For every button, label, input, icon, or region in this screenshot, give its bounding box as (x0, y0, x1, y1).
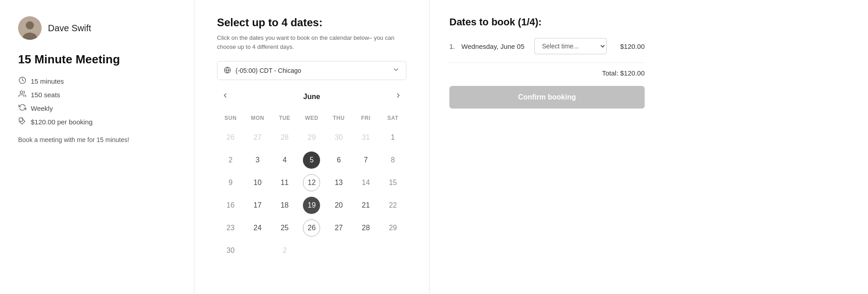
booking-divider (449, 62, 645, 63)
booking-price: $120.00 (618, 43, 645, 50)
calendar-day: 1 (379, 127, 406, 148)
calendar-day[interactable]: 17 (244, 194, 271, 216)
users-icon (18, 90, 26, 99)
calendar-day[interactable]: 4 (271, 149, 298, 171)
meta-duration: 15 minutes (18, 76, 176, 85)
calendar-day: 14 (352, 172, 379, 194)
seats-text: 150 seats (31, 91, 60, 99)
calendar-day[interactable]: 20 (325, 194, 352, 216)
booking-item: 1. Wednesday, June 05 Select time... 9:0… (449, 38, 645, 54)
prev-month-button[interactable] (217, 89, 233, 104)
calendar-day: 2 (271, 240, 298, 261)
calendar-day (379, 240, 406, 261)
calendar-day (352, 240, 379, 261)
select-dates-title: Select up to 4 dates: (217, 16, 406, 29)
calendar-day[interactable]: 19 (298, 194, 326, 216)
calendar-day: 29 (298, 127, 326, 148)
calendar-day (298, 240, 326, 261)
booking-total: Total: $120.00 (449, 69, 645, 77)
price-text: $120.00 per booking (31, 118, 93, 126)
calendar-nav: June (217, 89, 406, 104)
booking-date: Wednesday, June 05 (462, 43, 528, 50)
calendar-day[interactable]: 21 (352, 194, 379, 216)
profile-section: Dave Swift (18, 16, 176, 40)
confirm-booking-button[interactable]: Confirm booking (449, 86, 645, 109)
timezone-left: (-05:00) CDT - Chicago (224, 66, 301, 75)
calendar-day[interactable]: 3 (244, 149, 271, 171)
recurrence-text: Weekly (31, 104, 53, 112)
header-mon: MON (244, 112, 271, 124)
svg-point-4 (20, 91, 23, 94)
calendar-day[interactable]: 25 (271, 217, 298, 239)
globe-icon (224, 66, 231, 75)
calendar-day[interactable]: 5 (298, 149, 326, 171)
timezone-text: (-05:00) CDT - Chicago (236, 67, 301, 74)
left-panel: Dave Swift 15 Minute Meeting 15 minutes … (0, 0, 194, 294)
duration-text: 15 minutes (31, 77, 64, 85)
select-dates-subtitle: Click on the dates you want to book on t… (217, 33, 406, 51)
calendar-day[interactable]: 18 (271, 194, 298, 216)
booking-title: Dates to book (1/4): (449, 16, 645, 28)
calendar-day[interactable]: 24 (244, 217, 271, 239)
calendar-day: 22 (379, 194, 406, 216)
calendar-day (325, 240, 352, 261)
calendar-day: 15 (379, 172, 406, 194)
clock-icon (18, 76, 26, 85)
meta-price: $120.00 per booking (18, 117, 176, 126)
calendar-month: June (303, 93, 320, 101)
calendar-day: 28 (271, 127, 298, 148)
calendar-day[interactable]: 10 (244, 172, 271, 194)
calendar-day: 9 (217, 172, 244, 194)
calendar-day[interactable]: 7 (352, 149, 379, 171)
meeting-description: Book a meeting with me for 15 minutes! (18, 136, 176, 143)
calendar-day[interactable]: 28 (352, 217, 379, 239)
header-thu: THU (325, 112, 352, 124)
profile-name: Dave Swift (48, 23, 91, 33)
calendar-header: SUN MON TUE WED THU FRI SAT (217, 112, 406, 124)
booking-items-container: 1. Wednesday, June 05 Select time... 9:0… (449, 38, 645, 54)
calendar-day[interactable]: 27 (325, 217, 352, 239)
header-tue: TUE (271, 112, 298, 124)
calendar-day[interactable]: 26 (298, 217, 326, 239)
timezone-selector[interactable]: (-05:00) CDT - Chicago (217, 61, 406, 80)
booking-index: 1. (449, 43, 455, 50)
next-month-button[interactable] (390, 89, 406, 104)
center-panel: Select up to 4 dates: Click on the dates… (194, 0, 429, 294)
right-panel: Dates to book (1/4): 1. Wednesday, June … (429, 0, 665, 294)
header-sun: SUN (217, 112, 244, 124)
calendar-day: 29 (379, 217, 406, 239)
calendar-day: 27 (244, 127, 271, 148)
calendar-day: 26 (217, 127, 244, 148)
calendar-day[interactable]: 13 (325, 172, 352, 194)
avatar (18, 16, 42, 40)
header-fri: FRI (352, 112, 379, 124)
meeting-meta: 15 minutes 150 seats Weekly (18, 76, 176, 126)
svg-point-1 (26, 21, 34, 29)
price-tag-icon (18, 117, 26, 126)
calendar-day[interactable]: 12 (298, 172, 326, 194)
calendar-day[interactable]: 6 (325, 149, 352, 171)
header-sat: SAT (379, 112, 406, 124)
calendar-day: 16 (217, 194, 244, 216)
recycle-icon (18, 104, 26, 113)
meeting-title: 15 Minute Meeting (18, 52, 176, 66)
meta-recurrence: Weekly (18, 104, 176, 113)
calendar-day: 2 (217, 149, 244, 171)
calendar-day[interactable]: 11 (271, 172, 298, 194)
calendar-day (244, 240, 271, 261)
chevron-down-icon (392, 66, 400, 75)
booking-time-select[interactable]: Select time... 9:00 AM 10:00 AM 11:00 AM… (534, 38, 607, 54)
calendar-day: 30 (217, 240, 244, 261)
meta-seats: 150 seats (18, 90, 176, 99)
calendar-day: 8 (379, 149, 406, 171)
calendar-day: 30 (325, 127, 352, 148)
calendar-day: 31 (352, 127, 379, 148)
calendar-day: 23 (217, 217, 244, 239)
calendar-body: 2627282930311234567891011121314151617181… (217, 127, 406, 261)
header-wed: WED (298, 112, 326, 124)
calendar-grid: SUN MON TUE WED THU FRI SAT 262728293031… (217, 112, 406, 261)
